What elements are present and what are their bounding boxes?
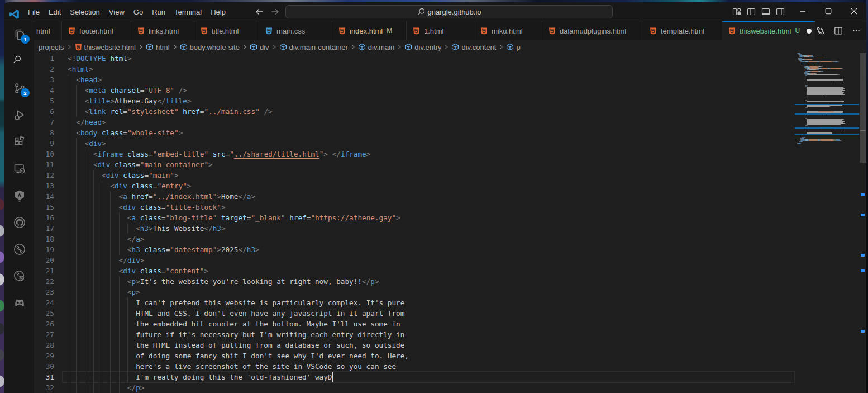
breadcrumb-item[interactable]: div — [250, 43, 269, 51]
more-actions-icon[interactable] — [852, 26, 861, 35]
activity-bar-item-search[interactable] — [4, 48, 34, 75]
indent-guide — [85, 234, 85, 244]
indent-guide — [68, 159, 68, 170]
html-icon — [200, 27, 208, 35]
minimize-button[interactable] — [790, 2, 815, 21]
toggle-secondary-sidebar-icon[interactable] — [776, 7, 785, 16]
arrow-back-icon[interactable] — [255, 7, 264, 16]
activity-bar-item-source-control[interactable]: 2 — [4, 75, 34, 102]
code-editor[interactable]: 1<!DOCTYPE html>2<html>3<head>4<meta cha… — [34, 53, 866, 393]
indent-guide — [93, 361, 94, 372]
indent-guide — [68, 212, 68, 223]
tab-template-html[interactable]: template.html — [643, 21, 722, 40]
menu-item-edit[interactable]: Edit — [44, 2, 65, 21]
tab-index-html[interactable]: index.htmlM — [332, 21, 407, 40]
html-icon — [412, 27, 421, 35]
tab-thiswebsite-html[interactable]: thiswebsite.htmlU — [722, 21, 815, 40]
customize-layout-icon[interactable] — [732, 7, 741, 16]
indent-guide — [93, 372, 94, 382]
minimap-line-segment — [838, 61, 839, 62]
activity-bar-item-godot-tools[interactable] — [4, 290, 34, 316]
tab-bar: htmlfooter.htmllinks.htmltitle.htmlmain.… — [34, 21, 866, 40]
breadcrumb-label: div.main-container — [289, 43, 348, 51]
minimap-line-segment — [807, 97, 827, 97]
indent-guide — [68, 202, 68, 212]
breadcrumb-item[interactable]: div.main-container — [279, 43, 348, 51]
breadcrumb-item[interactable]: p — [506, 43, 520, 51]
arrow-forward-icon[interactable] — [271, 7, 280, 16]
command-center-search[interactable]: gnargle.github.io — [285, 5, 613, 18]
activity-bar-item-remote-explorer[interactable] — [4, 155, 34, 182]
editor-column: htmlfooter.htmllinks.htmltitle.htmlmain.… — [34, 21, 866, 393]
activity-bar-item-git-graph[interactable] — [4, 236, 34, 263]
minimap-line-segment — [807, 74, 838, 75]
code-text: </p> — [127, 382, 145, 393]
editor-scrollbar[interactable] — [859, 53, 866, 393]
code-line: 18</a> — [34, 234, 795, 244]
activity-bar-item-github[interactable] — [4, 209, 34, 236]
breadcrumb-label: html — [156, 43, 170, 51]
minimap-line-segment — [807, 131, 842, 131]
line-number: 17 — [34, 223, 54, 234]
close-button[interactable] — [841, 2, 866, 21]
minimap-line-segment — [807, 116, 808, 116]
tab-1-html[interactable]: 1.html — [407, 21, 474, 40]
menu-item-selection[interactable]: Selection — [65, 2, 104, 21]
activity-bar-item-extension-a-shield[interactable] — [4, 182, 34, 209]
chevron-right-icon — [171, 44, 178, 50]
breadcrumb-item[interactable]: div.main — [358, 43, 394, 51]
breadcrumb-item[interactable]: projects — [39, 43, 64, 51]
minimap[interactable] — [795, 53, 859, 393]
line-number: 30 — [34, 361, 54, 372]
activity-bar-item-explorer[interactable]: 1 — [4, 21, 34, 48]
breadcrumb-item[interactable]: div.entry — [404, 43, 441, 51]
tab-miku-html[interactable]: miku.html — [474, 21, 542, 40]
indent-guide — [102, 329, 102, 340]
breadcrumb-label: div.content — [461, 43, 496, 51]
tab-footer-html[interactable]: footer.html — [62, 21, 131, 40]
minimap-line-segment — [812, 55, 813, 56]
tab-title-html[interactable]: title.html — [194, 21, 259, 40]
breadcrumb-item[interactable]: div.content — [451, 43, 496, 51]
menu-item-terminal[interactable]: Terminal — [170, 2, 206, 21]
menu-item-help[interactable]: Help — [206, 2, 230, 21]
code-text: <div class="main-container"> — [93, 159, 213, 170]
split-editor-icon[interactable] — [834, 26, 843, 35]
minimap-line-segment — [810, 67, 818, 68]
vscode-logo-icon[interactable] — [9, 9, 20, 20]
tab-dalamudplugins-html[interactable]: dalamudplugins.html — [542, 21, 643, 40]
activity-bar-item-run-debug[interactable] — [4, 102, 34, 129]
minimap-line-segment — [807, 130, 843, 130]
indent-guide — [68, 319, 68, 329]
minimap-line-segment — [807, 78, 843, 78]
menu-item-go[interactable]: Go — [129, 2, 147, 21]
maximize-button[interactable] — [815, 2, 841, 21]
minimap-line-segment — [823, 71, 823, 72]
tab-html[interactable]: html — [34, 21, 62, 40]
indent-guide — [85, 170, 85, 181]
open-changes-icon[interactable] — [816, 26, 825, 35]
breadcrumb-item[interactable]: html — [146, 43, 170, 51]
minimap-line-segment — [804, 56, 810, 57]
toggle-panel-icon[interactable] — [761, 7, 770, 16]
menu-item-run[interactable]: Run — [147, 2, 170, 21]
breadcrumb-item[interactable]: body.whole-site — [180, 43, 240, 51]
minimap-line-segment — [802, 143, 802, 143]
menu-item-file[interactable]: File — [23, 2, 44, 21]
minimap-line-segment — [813, 65, 814, 65]
indent-guide — [93, 255, 94, 266]
minimap-line-segment — [836, 139, 839, 140]
tab-links-html[interactable]: links.html — [131, 21, 194, 40]
toggle-sidebar-icon[interactable] — [747, 7, 756, 16]
indent-guide — [102, 191, 102, 202]
css-icon — [265, 27, 273, 35]
breadcrumb-item[interactable]: thiswebsite.html — [74, 43, 136, 51]
minimap-line-segment — [805, 137, 805, 138]
activity-bar-item-extensions[interactable] — [4, 129, 34, 155]
breadcrumb: projectsthiswebsite.htmlhtmlbody.whole-s… — [34, 41, 866, 53]
menu-item-view[interactable]: View — [104, 2, 129, 21]
code-line: 23<p> — [34, 287, 795, 297]
activity-bar-item-gitlens-search[interactable] — [4, 263, 34, 290]
tab-main-css[interactable]: main.css — [259, 21, 332, 40]
scrollbar-slider[interactable] — [860, 53, 866, 163]
